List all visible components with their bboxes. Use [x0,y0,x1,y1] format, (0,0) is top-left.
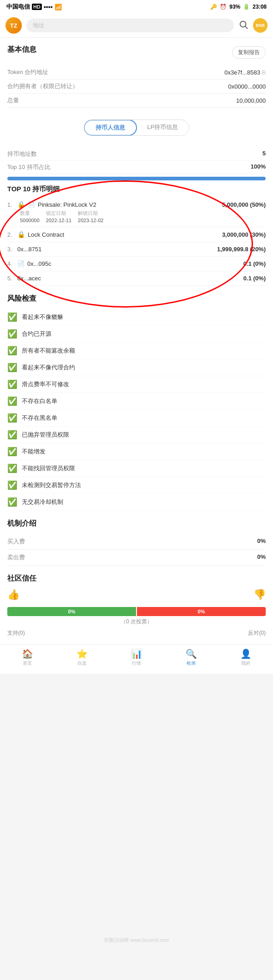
info-row-label: 合约拥有者（权限已转让） [7,82,78,90]
tabs-container: 持币人信息 LP持币信息 [84,119,190,136]
info-row: 合约拥有者（权限已转让） 0x0000...0000 [7,80,266,94]
holder-rank: 3. [7,246,15,253]
detail-lock-date: 锁定日期 2022-12-11 [46,210,71,223]
bottom-nav-label: 检测 [187,660,196,667]
bottom-nav-icon: 👤 [240,648,252,659]
holder-main-row: 3. 0x...8751 1,999,999.8 (20%) [7,246,266,253]
bnb-icon[interactable]: BNB [253,18,268,33]
svg-point-0 [240,21,246,27]
svg-line-1 [245,26,248,29]
holder-address-count-value: 5 [263,150,266,158]
oppose-label: 反对(0) [248,629,266,637]
holder-rank-name: 1. 🔒📄 Pinksale: PinkLock V2 [7,201,96,208]
holder-main-row: 1. 🔒📄 Pinksale: PinkLock V2 5,000,000 (5… [7,201,266,208]
holder-rank: 1. [7,201,15,208]
top10-list: 1. 🔒📄 Pinksale: PinkLock V2 5,000,000 (5… [7,197,266,286]
nav-bar: TZ 地址 BNB [0,14,273,38]
holder-item: 5. 0x...acec 0.1 (0%) [7,271,266,286]
clock: 23:08 [253,4,267,10]
community-title: 社区信任 [7,574,266,583]
holder-item: 1. 🔒📄 Pinksale: PinkLock V2 5,000,000 (5… [7,197,266,227]
vote-bars: 0% 0% [7,607,266,616]
bottom-nav-item-行情[interactable]: 📊 行情 [109,648,164,667]
risk-item: ✅ 无交易冷却机制 [7,494,266,511]
bottom-nav-label: 行情 [132,660,141,667]
holder-amount: 0.1 (0%) [243,260,266,267]
info-row: Token 合约地址 0x3e7f...8583 ⎘ [7,65,266,80]
risk-item: ✅ 不存在白名单 [7,393,266,410]
vote-labels: 支持(0) 反对(0) [7,629,266,637]
risk-item-label: 看起来不像代理合约 [22,363,75,372]
info-row-label: Token 合约地址 [7,68,48,76]
holder-main-row: 4. 📄 0x...095c 0.1 (0%) [7,260,266,267]
mech-row: 买入费 0% [7,534,266,550]
lock-icon: 🔒 [17,231,25,238]
top10-progress [7,177,266,180]
holder-name: 0x...acec [17,275,41,282]
info-row-value: 0x0000...0000 [228,83,266,90]
progress-bar-fill [7,177,266,180]
bottom-nav-label: 我的 [241,660,250,667]
holder-main-row: 2. 🔒 Lock Contract 3,000,000 (30%) [7,231,266,238]
holder-item: 2. 🔒 Lock Contract 3,000,000 (30%) [7,227,266,242]
holder-amount: 1,999,999.8 (20%) [217,246,266,253]
risk-ok-icon: ✅ [7,312,17,322]
holder-detail-row: 数量 5000000 锁定日期 2022-12-11 解锁日期 2023-12-… [7,210,266,223]
holder-rank: 4. [7,260,15,267]
risk-item-label: 不能找回管理员权限 [22,464,75,473]
holder-item: 3. 0x...8751 1,999,999.8 (20%) [7,242,266,257]
holder-address-count-label: 持币地址数 [7,150,37,158]
holder-rank-name: 5. 0x...acec [7,275,41,282]
mech-label: 买入费 [7,537,25,546]
risk-list: ✅ 看起来不像貔貅 ✅ 合约已开源 ✅ 所有者不能篡改余额 ✅ 看起来不像代理合… [7,309,266,511]
risk-ok-icon: ✅ [7,463,17,473]
signal-dots: ▪▪▪▪ [44,3,53,10]
bottom-nav-label: 自选 [77,660,86,667]
risk-ok-icon: ✅ [7,379,17,389]
risk-item-label: 看起来不像貔貅 [22,313,63,321]
progress-bar-bg [7,177,266,180]
thumbs-up-icon: 👍 [7,589,20,601]
search-icon[interactable] [238,20,248,32]
status-left: 中国电信 HD ▪▪▪▪ 📶 [6,3,62,11]
tab-holder-info[interactable]: 持币人信息 [84,119,137,136]
mech-row: 卖出费 0% [7,550,266,566]
holder-rank-name: 2. 🔒 Lock Contract [7,231,64,238]
bottom-nav-item-自选[interactable]: ⭐ 自选 [55,648,109,667]
risk-item: ✅ 未检测到交易暂停方法 [7,477,266,494]
mech-value: 0% [257,553,266,562]
risk-ok-icon: ✅ [7,396,17,406]
bottom-nav-item-检测[interactable]: 🔍 检测 [164,648,218,667]
bottom-nav-item-首页[interactable]: 🏠 首页 [0,648,55,667]
risk-item-label: 已抛弃管理员权限 [22,431,69,439]
mech-rows: 买入费 0% 卖出费 0% [7,534,266,566]
bottom-nav-icon: ⭐ [76,648,88,659]
top10-pct-value: 100% [251,163,266,171]
vote-count-text: （0 次投票） [7,618,266,626]
risk-item-label: 无交易冷却机制 [22,498,63,506]
address-search-box[interactable]: 地址 [26,19,234,32]
bottom-nav-icon: 📊 [131,648,142,659]
risk-item: ✅ 所有者不能篡改余额 [7,343,266,359]
bottom-nav-item-我的[interactable]: 👤 我的 [218,648,273,667]
info-row-label: 总量 [7,96,19,104]
risk-ok-icon: ✅ [7,447,17,457]
avatar: TZ [5,17,22,34]
basic-info-header: 基本信息 复制报告 [7,45,266,60]
detail-unlock-date: 解锁日期 2023-12-02 [78,210,103,223]
copy-icon[interactable]: ⎘ [262,69,266,76]
community-section: 社区信任 👍 👎 0% 0% （0 次投票） 支持(0) 反对(0) [7,574,266,637]
basic-info-title: 基本信息 [7,45,36,55]
copy-report-button[interactable]: 复制报告 [232,46,266,59]
signal-hd: HD [32,4,42,10]
risk-ok-icon: ✅ [7,497,17,507]
risk-ok-icon: ✅ [7,329,17,339]
risk-ok-icon: ✅ [7,430,17,440]
tab-lp-info[interactable]: LP持币信息 [136,120,189,135]
vote-icons-row: 👍 👎 [7,589,266,601]
risk-item: ✅ 已抛弃管理员权限 [7,427,266,443]
bottom-nav: 🏠 首页 ⭐ 自选 📊 行情 🔍 检测 👤 我的 [0,644,273,674]
top10-pct-label: Top 10 持币占比 [7,163,51,171]
risk-item-label: 所有者不能篡改余额 [22,347,75,355]
battery-icon: 🔋 [243,4,250,10]
